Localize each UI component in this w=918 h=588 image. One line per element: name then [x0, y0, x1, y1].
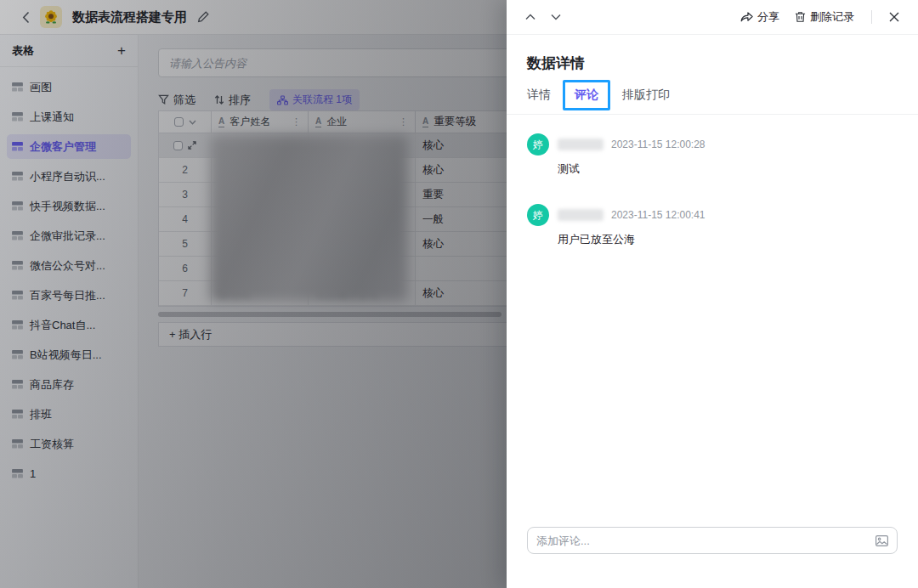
- sort-button[interactable]: 排序: [214, 93, 251, 108]
- delete-record-button[interactable]: 删除记录: [795, 9, 854, 25]
- author-name-blurred: [558, 139, 604, 150]
- sidebar-header: 表格 +: [0, 35, 138, 67]
- comment-item: 婷 2023-11-15 12:00:41 用户已放至公海: [527, 204, 898, 247]
- announcement-bar[interactable]: [158, 48, 507, 77]
- column-label: 企业: [326, 115, 347, 129]
- sidebar-title: 表格: [12, 43, 34, 59]
- comment-list: 婷 2023-11-15 12:00:28 测试 婷 2023-11-15 12…: [507, 115, 918, 527]
- expand-record-icon[interactable]: [188, 141, 196, 150]
- row-checkbox[interactable]: [173, 141, 183, 150]
- row-number[interactable]: 4: [159, 207, 212, 231]
- table-icon: [12, 231, 23, 240]
- sunflower-icon: [43, 9, 59, 25]
- table-icon: [12, 261, 23, 270]
- sidebar-item-douyin-chat[interactable]: 抖音Chat自...: [7, 313, 131, 337]
- edit-title-button[interactable]: [197, 11, 209, 23]
- cell-level[interactable]: 核心: [416, 133, 507, 157]
- row-number[interactable]: 6: [159, 257, 212, 280]
- sidebar-item-shangke[interactable]: 上课通知: [7, 105, 131, 129]
- column-header-company[interactable]: A 企业 ⋮: [309, 111, 416, 133]
- chevron-up-icon: [525, 14, 536, 20]
- sidebar-item-paiban[interactable]: 排班: [7, 402, 131, 427]
- comment-input-box[interactable]: [527, 527, 898, 554]
- cell-level[interactable]: 一般: [416, 207, 507, 231]
- sidebar-item-bzhan[interactable]: B站视频每日...: [7, 342, 131, 367]
- comment-timestamp: 2023-11-15 12:00:28: [611, 139, 706, 150]
- trash-icon: [795, 11, 806, 23]
- avatar: 婷: [527, 133, 549, 155]
- select-all-header[interactable]: [159, 111, 212, 133]
- tab-print-layout[interactable]: 排版打印: [622, 88, 670, 103]
- privacy-blur-overlay: [210, 135, 408, 302]
- horizontal-scrollbar[interactable]: [158, 312, 502, 317]
- table-icon: [12, 320, 23, 330]
- row-number[interactable]: 7: [159, 281, 212, 305]
- sidebar-item-qiwei-kehu[interactable]: 企微客户管理: [7, 134, 131, 159]
- checkbox-icon[interactable]: [174, 117, 184, 127]
- sidebar-item-label: 抖音Chat自...: [30, 318, 95, 333]
- linked-flow-badge[interactable]: 关联流程 1项: [269, 89, 360, 110]
- share-button[interactable]: 分享: [740, 9, 779, 25]
- table-icon: [12, 439, 23, 449]
- insert-row-label: + 插入行: [169, 327, 212, 342]
- back-button[interactable]: [22, 11, 30, 24]
- table-icon: [12, 291, 23, 300]
- cell-level[interactable]: 核心: [416, 232, 507, 256]
- column-label: 客户姓名: [230, 115, 270, 129]
- table-icon: [12, 172, 23, 181]
- table-view: 筛选 排序 关联流程 1项 A 客户姓名 ⋮: [139, 35, 507, 588]
- column-menu-icon[interactable]: ⋮: [399, 116, 408, 127]
- panel-title: 数据详情: [527, 54, 898, 73]
- row-number[interactable]: 2: [159, 158, 212, 182]
- sidebar-item-label: 上课通知: [30, 110, 74, 125]
- data-grid: A 客户姓名 ⋮ A 企业 ⋮ A 重要等级 ⋮: [158, 110, 507, 307]
- sidebar-item-1[interactable]: 1: [7, 461, 131, 486]
- sidebar-item-label: 小程序自动识...: [30, 169, 105, 184]
- sidebar-item-kuaishou[interactable]: 快手视频数据...: [7, 194, 131, 218]
- cell-level[interactable]: 核心: [416, 281, 507, 305]
- sidebar-item-shangpin-kucun[interactable]: 商品库存: [7, 372, 131, 397]
- top-bar: 数据表流程搭建专用: [0, 0, 507, 35]
- chevron-down-icon[interactable]: [189, 120, 196, 125]
- filter-button[interactable]: 筛选: [158, 93, 196, 108]
- cell-level[interactable]: 重要: [416, 183, 507, 206]
- column-header-level[interactable]: A 重要等级 ⋮: [416, 111, 507, 133]
- row-number[interactable]: 5: [159, 232, 212, 256]
- next-record-button[interactable]: [551, 14, 561, 20]
- table-icon: [12, 380, 23, 389]
- column-header-name[interactable]: A 客户姓名 ⋮: [212, 111, 309, 133]
- chevron-down-icon: [551, 14, 561, 20]
- announcement-input[interactable]: [169, 57, 507, 70]
- table-icon: [12, 410, 23, 419]
- add-table-button[interactable]: +: [117, 43, 126, 58]
- author-name-blurred: [558, 209, 604, 221]
- close-panel-button[interactable]: [889, 12, 899, 22]
- sidebar-item-baijiahao[interactable]: 百家号每日推...: [7, 283, 131, 308]
- attach-image-button[interactable]: [876, 535, 888, 546]
- column-menu-icon[interactable]: ⋮: [292, 116, 301, 127]
- view-toolbar: 筛选 排序 关联流程 1项: [158, 89, 360, 110]
- main-window: 数据表流程搭建专用 表格 + 画图 上课通知 企微客户管理 小程序自动识... …: [0, 0, 507, 588]
- previous-record-button[interactable]: [525, 14, 536, 20]
- sort-arrows-icon: [214, 94, 224, 105]
- app-icon: [40, 6, 62, 28]
- comment-input[interactable]: [536, 534, 869, 547]
- sidebar-item-label: 画图: [30, 80, 52, 95]
- panel-tabs: 详情 评论 排版打印: [507, 88, 918, 115]
- tab-comments[interactable]: 评论: [575, 88, 598, 103]
- sidebar-item-label: 1: [30, 467, 36, 480]
- sidebar-item-qiwei-shenpi[interactable]: 企微审批记录...: [7, 223, 131, 248]
- cell-level[interactable]: [416, 257, 507, 280]
- sidebar-item-gongzi[interactable]: 工资核算: [7, 432, 131, 456]
- sidebar-item-huatu[interactable]: 画图: [7, 75, 131, 99]
- insert-row-button[interactable]: + 插入行: [158, 322, 507, 347]
- tab-details[interactable]: 详情: [527, 88, 551, 103]
- table-icon: [12, 112, 23, 122]
- linked-flow-label: 关联流程 1项: [292, 93, 352, 107]
- sidebar-item-label: 企微客户管理: [30, 139, 96, 155]
- sidebar-item-xiaochengxu[interactable]: 小程序自动识...: [7, 164, 131, 189]
- row-number[interactable]: 3: [159, 183, 212, 206]
- sidebar: 表格 + 画图 上课通知 企微客户管理 小程序自动识... 快手视频数据... …: [0, 35, 139, 588]
- sidebar-item-weixin-gzh[interactable]: 微信公众号对...: [7, 253, 131, 278]
- cell-level[interactable]: 核心: [416, 158, 507, 182]
